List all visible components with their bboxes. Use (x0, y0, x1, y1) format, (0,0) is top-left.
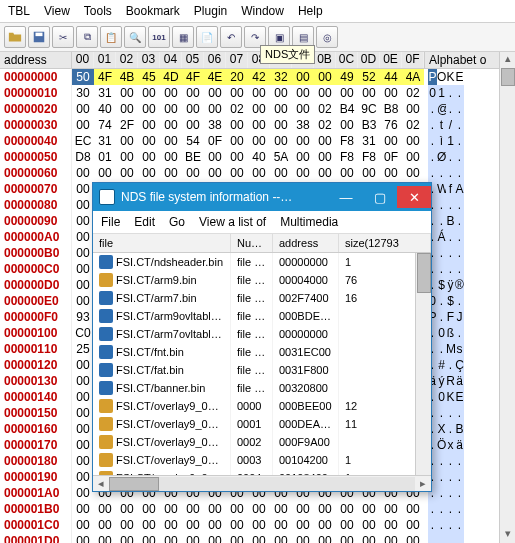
hex-byte[interactable]: 00 (182, 117, 204, 133)
hex-ascii-char[interactable]: . (437, 245, 446, 261)
hex-byte[interactable]: 00 (72, 101, 94, 117)
hex-byte[interactable]: 00 (270, 517, 292, 533)
hex-byte[interactable]: 45 (138, 69, 160, 85)
hex-byte[interactable]: 00 (160, 117, 182, 133)
hex-byte[interactable]: 4F (182, 69, 204, 85)
hex-byte[interactable]: 44 (380, 69, 402, 85)
hex-byte[interactable]: 4A (402, 69, 424, 85)
hex-byte[interactable]: 00 (380, 501, 402, 517)
dialog-titlebar[interactable]: NDS file system information --… — ▢ ✕ (93, 183, 431, 211)
hex-byte[interactable]: 00 (138, 501, 160, 517)
menu-help[interactable]: Help (298, 4, 323, 18)
hex-ascii-char[interactable]: . (428, 533, 437, 543)
tool-hex-icon[interactable]: 101 (148, 26, 170, 48)
hex-ascii-char[interactable]: . (428, 165, 437, 181)
list-item[interactable]: FSI.CT/arm7.binfile l…002F740016 (93, 289, 431, 307)
hex-byte[interactable]: 00 (138, 149, 160, 165)
hex-byte[interactable]: 00 (138, 85, 160, 101)
hex-ascii-char[interactable]: 0 (428, 85, 437, 101)
hex-byte[interactable]: 00 (182, 85, 204, 101)
hex-byte[interactable]: 00 (226, 85, 248, 101)
hex-row[interactable]: 00000040EC31000000540F0000000000F8310000… (0, 133, 515, 149)
hex-byte[interactable]: 00 (160, 101, 182, 117)
maximize-button[interactable]: ▢ (363, 186, 397, 208)
hex-row[interactable]: 00000020004000000000000200000002B49CB800… (0, 101, 515, 117)
hex-ascii-char[interactable]: ß (446, 325, 455, 341)
hex-ascii-char[interactable]: Ø (437, 149, 446, 165)
hex-byte[interactable]: 74 (94, 117, 116, 133)
hex-ascii-char[interactable]: . (455, 325, 464, 341)
hex-ascii-char[interactable]: K (446, 69, 455, 85)
hex-byte[interactable]: 4D (160, 69, 182, 85)
tool-copy-icon[interactable]: ⧉ (76, 26, 98, 48)
hex-row[interactable]: 00000050D801000000BE0000405A0000F8F80F00… (0, 149, 515, 165)
hex-ascii-char[interactable]: J (455, 309, 464, 325)
hex-byte[interactable]: 00 (72, 117, 94, 133)
list-item[interactable]: FSI.CT/arm7ovltable.binfile l…00000000 (93, 325, 431, 343)
hex-ascii-char[interactable]: . (437, 485, 446, 501)
hex-byte[interactable]: BE (182, 149, 204, 165)
hex-byte[interactable]: 38 (204, 117, 226, 133)
hex-byte[interactable]: 00 (248, 85, 270, 101)
tool-extra2-icon[interactable]: ◎ (316, 26, 338, 48)
hex-ascii-char[interactable]: . (437, 165, 446, 181)
close-button[interactable]: ✕ (397, 186, 431, 208)
hex-byte[interactable]: 00 (204, 149, 226, 165)
hex-ascii-char[interactable]: ä (455, 437, 464, 453)
hex-byte[interactable]: 00 (270, 85, 292, 101)
list-item[interactable]: FSI.CT/overlay9_000…0003001042001 (93, 451, 431, 469)
hex-ascii-char[interactable]: t (437, 117, 446, 133)
hex-byte[interactable]: 00 (402, 533, 424, 543)
hex-ascii-char[interactable]: . (428, 117, 437, 133)
hex-byte[interactable]: 00 (72, 517, 94, 533)
hex-ascii-char[interactable]: . (455, 501, 464, 517)
hex-byte[interactable]: 00 (402, 517, 424, 533)
hex-byte[interactable]: 00 (336, 501, 358, 517)
hex-byte[interactable]: 00 (72, 373, 94, 389)
hex-row[interactable]: 0000003000742F00000038000000380200B37602… (0, 117, 515, 133)
dialog-menu-file[interactable]: File (101, 215, 120, 229)
hex-ascii-char[interactable]: x (446, 437, 455, 453)
hex-ascii-char[interactable]: . (428, 517, 437, 533)
hex-byte[interactable]: 00 (336, 117, 358, 133)
hex-byte[interactable]: 00 (116, 501, 138, 517)
hex-byte[interactable]: 00 (380, 133, 402, 149)
hex-ascii-char[interactable]: . (446, 101, 455, 117)
hex-byte[interactable]: 00 (226, 117, 248, 133)
hscroll-left-icon[interactable]: ◂ (93, 477, 109, 490)
hex-ascii-char[interactable]: $ (446, 293, 455, 309)
hex-byte[interactable]: 32 (270, 69, 292, 85)
hex-byte[interactable]: 00 (336, 165, 358, 181)
hex-byte[interactable]: 00 (160, 501, 182, 517)
hex-byte[interactable]: 4F (94, 69, 116, 85)
hex-ascii-char[interactable]: Ç (455, 357, 464, 373)
hex-ascii-char[interactable]: K (446, 389, 455, 405)
scroll-down-icon[interactable]: ▾ (500, 527, 515, 543)
hex-byte[interactable]: 00 (72, 197, 94, 213)
hex-byte[interactable]: C0 (72, 325, 94, 341)
hex-ascii-char[interactable]: E (455, 389, 464, 405)
list-item[interactable]: FSI.CT/overlay9_000…0001000DEA0011 (93, 415, 431, 433)
hex-ascii-char[interactable]: B (446, 213, 455, 229)
hex-ascii-char[interactable]: . (437, 533, 446, 543)
hex-byte[interactable]: 00 (72, 453, 94, 469)
hex-byte[interactable]: 00 (248, 533, 270, 543)
list-item[interactable]: FSI.CT/arm9ovltable.binfile l…000BDE00 (93, 307, 431, 325)
hex-byte[interactable]: 00 (72, 229, 94, 245)
menu-plugin[interactable]: Plugin (194, 4, 227, 18)
hex-byte[interactable]: 00 (204, 101, 226, 117)
hex-ascii-char[interactable]: # (437, 357, 446, 373)
hex-byte[interactable]: 00 (402, 101, 424, 117)
hex-byte[interactable]: 00 (402, 165, 424, 181)
tool-table-icon[interactable]: ▦ (172, 26, 194, 48)
hex-ascii-char[interactable]: . (446, 357, 455, 373)
hex-ascii-char[interactable]: / (446, 117, 455, 133)
hex-byte[interactable]: 00 (358, 165, 380, 181)
hex-ascii-char[interactable]: . (437, 213, 446, 229)
hex-ascii-char[interactable]: . (455, 165, 464, 181)
hex-byte[interactable]: 00 (204, 501, 226, 517)
hex-byte[interactable]: 00 (248, 501, 270, 517)
hex-byte[interactable]: 93 (72, 309, 94, 325)
hex-row[interactable]: 000001C000000000000000000000000000000000… (0, 517, 515, 533)
hex-ascii-char[interactable]: . (455, 197, 464, 213)
